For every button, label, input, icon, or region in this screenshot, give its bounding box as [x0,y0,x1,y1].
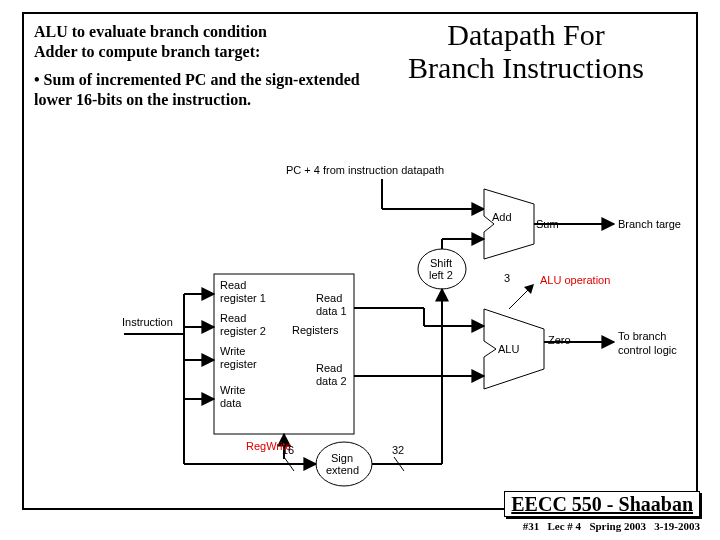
label-to-branch: To branch [618,330,666,342]
label-alu: ALU [498,343,519,355]
label-read-data2b: data 2 [316,375,347,387]
label-read-data1b: data 1 [316,305,347,317]
label-alu-bits: 3 [504,272,510,284]
label-write-datab: data [220,397,242,409]
label-write-dataa: Write [220,384,245,396]
label-left2: left 2 [429,269,453,281]
footer-slide-num: #31 [523,520,540,532]
footer-term: Spring 2003 [589,520,646,532]
label-read-data2a: Read [316,362,342,374]
label-alu-operation: ALU operation [540,274,610,286]
label-control-logic: control logic [618,344,677,356]
label-write-regb: register [220,358,257,370]
adder-shape [484,189,534,259]
label-zero: Zero [548,334,571,346]
datapath-diagram: PC + 4 from instruction datapath Add Sum… [24,14,700,512]
label-add: Add [492,211,512,223]
label-shift: Shift [430,257,452,269]
label-write-rega: Write [220,345,245,357]
label-read-reg2b: register 2 [220,325,266,337]
label-read-reg2a: Read [220,312,246,324]
footer-course: EECC 550 - Shaaban [504,491,700,517]
label-read-reg1a: Read [220,279,246,291]
label-extend: extend [326,464,359,476]
label-sign: Sign [331,452,353,464]
label-registers: Registers [292,324,339,336]
label-pc4: PC + 4 from instruction datapath [286,164,444,176]
slide-footer: EECC 550 - Shaaban #31 Lec # 4 Spring 20… [504,493,700,532]
label-32bit: 32 [392,444,404,456]
label-16bit: 16 [282,444,294,456]
label-read-reg1b: register 1 [220,292,266,304]
label-instruction: Instruction [122,316,173,328]
label-branch-target: Branch targe [618,218,681,230]
slide-frame: Datapath For Branch Instructions ALU to … [22,12,698,510]
footer-lecture: Lec # 4 [548,520,582,532]
label-read-data1a: Read [316,292,342,304]
footer-meta: #31 Lec # 4 Spring 2003 3-19-2003 [504,520,700,532]
footer-date: 3-19-2003 [654,520,700,532]
svg-line-5 [509,289,529,309]
